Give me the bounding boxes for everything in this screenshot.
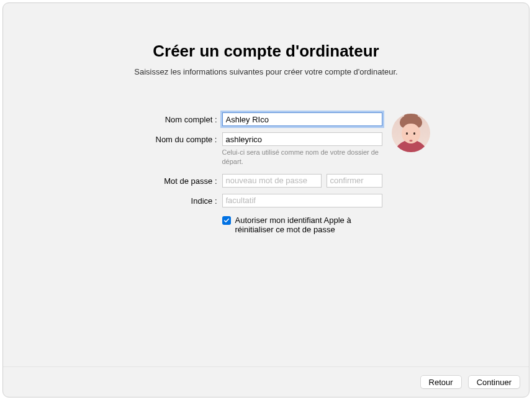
hint-label: Indice : [109, 194, 217, 214]
back-button[interactable]: Retour [420, 375, 462, 389]
allow-apple-id-reset-checkbox[interactable]: Autoriser mon identifiant Apple à réinit… [222, 216, 382, 234]
page-title: Créer un compte d'ordinateur [3, 42, 529, 61]
content-area: Créer un compte d'ordinateur Saisissez l… [3, 3, 529, 366]
account-name-label: Nom du compte : [109, 132, 217, 174]
full-name-input[interactable] [222, 112, 382, 126]
full-name-label: Nom complet : [109, 112, 217, 132]
account-name-helper: Celui-ci sera utilisé comme nom de votre… [222, 148, 382, 166]
new-password-input[interactable] [222, 174, 322, 188]
checkbox-checked-icon [222, 216, 231, 225]
hint-input[interactable] [222, 194, 382, 207]
confirm-password-input[interactable] [327, 174, 382, 188]
footer-bar: Retour Continuer [3, 366, 529, 397]
allow-apple-id-reset-label: Autoriser mon identifiant Apple à réinit… [235, 216, 382, 234]
page-subtitle: Saisissez les informations suivantes pou… [3, 67, 529, 76]
account-name-input[interactable] [222, 132, 382, 146]
continue-button[interactable]: Continuer [468, 375, 520, 389]
form-area: Nom complet : Nom du compte : Celui-ci s… [3, 112, 529, 240]
form-grid: Nom complet : Nom du compte : Celui-ci s… [109, 112, 382, 240]
password-label: Mot de passe : [109, 174, 217, 194]
user-avatar[interactable] [392, 114, 430, 152]
setup-assistant-window: Créer un compte d'ordinateur Saisissez l… [2, 2, 530, 398]
